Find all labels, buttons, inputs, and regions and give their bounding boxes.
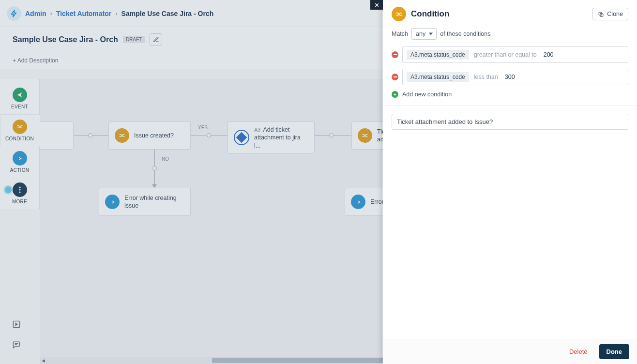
condition-row: A3.meta.status_code greater than or equa…	[392, 46, 628, 63]
match-suffix-label: of these conditions	[440, 30, 490, 37]
modal-scrim	[0, 0, 382, 364]
match-prefix-label: Match	[392, 30, 408, 37]
panel-footer: Delete Done	[383, 339, 637, 364]
panel-header: Condition Clone	[383, 0, 637, 28]
condition-icon	[392, 7, 406, 21]
condition-value[interactable]: 300	[505, 74, 515, 80]
condition-panel: Condition Clone Match any of these condi…	[383, 0, 637, 364]
clone-label: Clone	[607, 11, 623, 17]
add-condition-label: Add new condition	[402, 91, 452, 98]
condition-row: A3.meta.status_code less than 300	[392, 69, 628, 85]
condition-operator[interactable]: less than	[474, 74, 498, 80]
condition-field-tag[interactable]: A3.meta.status_code	[407, 50, 469, 60]
plus-icon: +	[392, 91, 398, 98]
panel-title: Condition	[411, 9, 449, 19]
close-panel-button[interactable]	[370, 0, 383, 10]
match-row: Match any of these conditions	[392, 28, 628, 40]
condition-field-tag[interactable]: A3.meta.status_code	[407, 72, 469, 82]
remove-condition-button[interactable]	[392, 74, 398, 80]
panel-body: Match any of these conditions A3.meta.st…	[383, 28, 637, 339]
add-condition-button[interactable]: + Add new condition	[392, 91, 628, 98]
clone-icon	[598, 11, 604, 17]
delete-button[interactable]: Delete	[566, 348, 591, 356]
condition-box[interactable]: A3.meta.status_code greater than or equa…	[402, 46, 628, 63]
condition-operator[interactable]: greater than or equal to	[474, 51, 537, 58]
clone-button[interactable]: Clone	[592, 8, 628, 20]
match-mode-select[interactable]: any	[411, 28, 437, 40]
condition-name-input[interactable]: Ticket attachment added to Issue?	[392, 114, 628, 130]
condition-box[interactable]: A3.meta.status_code less than 300	[402, 69, 628, 85]
condition-value[interactable]: 200	[544, 51, 554, 58]
panel-divider	[383, 106, 637, 106]
remove-condition-button[interactable]	[392, 51, 398, 58]
done-button[interactable]: Done	[599, 344, 630, 359]
